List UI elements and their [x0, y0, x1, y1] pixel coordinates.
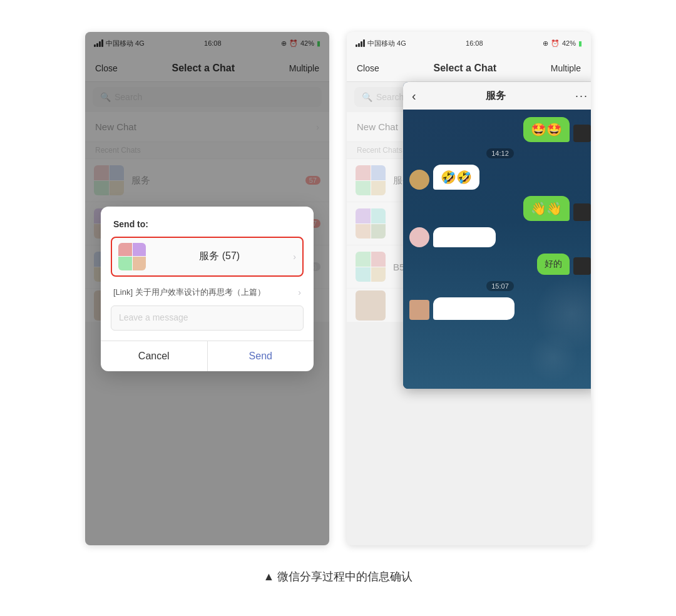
recipient-row[interactable]: 服务 (57) › — [111, 237, 304, 277]
message-bubble: 🤣🤣 — [433, 165, 479, 190]
message-avatar — [573, 203, 591, 221]
chat-overlay-nav: ‹ 服务 ··· — [403, 82, 591, 110]
recipient-avatar — [118, 243, 146, 270]
modal-overlay: Send to: 服务 (57) › [Link] 关于用户效率设计的再思考（上… — [85, 32, 329, 545]
share-modal: Send to: 服务 (57) › [Link] 关于用户效率设计的再思考（上… — [101, 207, 314, 371]
message-row — [409, 227, 591, 247]
caption: ▲ 微信分享过程中的信息确认 — [264, 569, 413, 584]
timestamp-row: 14:12 — [409, 148, 591, 158]
message-bubble — [433, 297, 515, 320]
back-button[interactable]: ‹ — [412, 89, 416, 103]
left-phone: 中国移动 4G 16:08 ⊕ ⏰ 42% ▮ Close Select a C… — [85, 32, 329, 545]
location-icon: ⊕ — [543, 39, 548, 48]
timestamp-label: 15:07 — [486, 281, 514, 291]
recipient-name: 服务 (57) — [152, 250, 287, 263]
message-avatar — [409, 227, 429, 247]
modal-actions: Cancel Send — [101, 341, 314, 371]
new-chat-label: New Chat — [357, 121, 398, 132]
search-icon: 🔍 — [362, 92, 372, 102]
signal-icon — [356, 39, 365, 47]
send-button[interactable]: Send — [208, 341, 314, 371]
chevron-right-icon: › — [293, 252, 296, 262]
time-label: 16:08 — [466, 39, 483, 47]
chat-messages: 🤩🤩 14:12 🤣🤣 👋👋 — [403, 110, 591, 389]
message-avatar — [573, 125, 591, 142]
message-bubble: 🤩🤩 — [523, 117, 570, 142]
cancel-button[interactable]: Cancel — [101, 341, 208, 371]
nav-bar-right: Close Select a Chat Multiple — [347, 54, 591, 82]
battery-icon: ▮ — [578, 39, 582, 48]
chat-overlay: ‹ 服务 ··· 🤩🤩 14:12 🤣🤣 — [403, 82, 591, 389]
multiple-button[interactable]: Multiple — [551, 63, 581, 73]
search-placeholder: Search — [376, 92, 404, 102]
message-avatar — [573, 257, 591, 275]
avatar-group — [356, 252, 386, 282]
alarm-icon: ⏰ — [551, 39, 560, 48]
message-row: 🤩🤩 — [409, 117, 591, 142]
battery-label: 42% — [562, 39, 576, 47]
timestamp-label: 14:12 — [486, 148, 514, 158]
avatar-group — [356, 208, 386, 239]
carrier-label: 中国移动 4G — [367, 39, 406, 48]
message-input[interactable]: Leave a message — [111, 305, 304, 331]
status-bar-right: 中国移动 4G 16:08 ⊕ ⏰ 42% ▮ — [347, 32, 591, 54]
send-to-label: Send to: — [101, 219, 314, 237]
message-bubble — [433, 227, 496, 247]
chevron-right-icon: › — [298, 287, 301, 297]
close-button[interactable]: Close — [357, 63, 379, 73]
right-phone: 中国移动 4G 16:08 ⊕ ⏰ 42% ▮ Close Select a C… — [347, 32, 591, 545]
message-row: 👋👋 — [409, 196, 591, 221]
link-text: [Link] 关于用户效率设计的再思考（上篇） › — [101, 287, 314, 305]
message-bubble: 👋👋 — [523, 196, 570, 221]
nav-title: Select a Chat — [434, 63, 496, 74]
chat-overlay-title: 服务 — [486, 90, 506, 103]
message-row: 好的 — [409, 254, 591, 275]
message-avatar — [409, 170, 429, 190]
message-avatar — [409, 300, 429, 320]
avatar-group — [356, 165, 386, 195]
more-options-icon[interactable]: ··· — [575, 90, 588, 103]
message-row: 🤣🤣 — [409, 165, 591, 190]
message-bubble: 好的 — [537, 254, 570, 275]
